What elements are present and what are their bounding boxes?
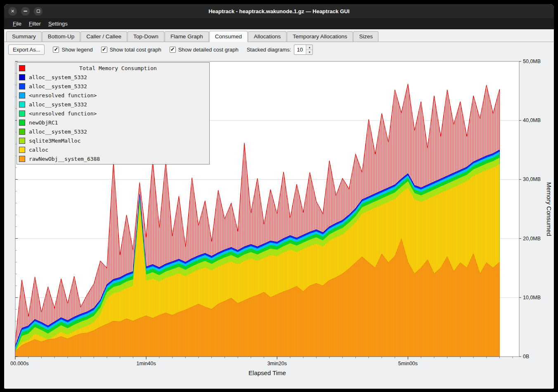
legend-label: sqlite3MemMalloc	[29, 138, 80, 144]
maximize-icon	[37, 9, 40, 13]
legend-swatch-icon	[19, 101, 25, 108]
legend-swatch-icon	[19, 74, 25, 80]
window-title: Heaptrack - heaptrack.wakunode.1.gz — He…	[4, 8, 554, 14]
stacked-diagrams-group: Stacked diagrams: 10	[247, 45, 313, 55]
tab-summary[interactable]: Summary	[6, 31, 42, 42]
checkbox-label: Show detailed cost graph	[178, 47, 239, 53]
legend-swatch-icon	[19, 65, 25, 71]
legend-item: alloc__system_5332	[19, 82, 207, 91]
spin-down-icon[interactable]	[306, 50, 312, 54]
legend-item: alloc__system_5332	[19, 73, 207, 82]
x-tick-label: 5min00s	[398, 361, 418, 366]
legend-label: alloc__system_5332	[29, 74, 87, 80]
checkbox-checked-icon	[170, 47, 176, 53]
legend-swatch-icon	[19, 92, 25, 99]
legend-item: calloc	[19, 145, 207, 154]
legend-label: newObjRC1	[29, 120, 58, 126]
x-tick-label: 3min20s	[267, 361, 287, 366]
legend-swatch-icon	[19, 129, 25, 135]
checkbox-show-total-cost-graph[interactable]: Show total cost graph	[101, 47, 161, 53]
legend-swatch-icon	[19, 138, 25, 144]
x-tick-label: 1min40s	[137, 361, 156, 366]
y-tick-label: 30,0MB	[523, 176, 541, 182]
tab-caller-callee[interactable]: Caller / Callee	[80, 31, 127, 42]
menu-file[interactable]: File	[9, 19, 25, 28]
spin-up-icon[interactable]	[306, 45, 312, 50]
minimize-button[interactable]	[21, 7, 30, 16]
close-button[interactable]: ✕	[8, 7, 17, 16]
chart-legend: Total Memory Consumptionalloc__system_53…	[17, 62, 210, 164]
legend-item: alloc__system_5332	[19, 127, 207, 136]
y-tick-label: 20,0MB	[523, 236, 541, 242]
tab-consumed[interactable]: Consumed	[209, 31, 248, 42]
legend-item: <unresolved function>	[19, 91, 207, 100]
legend-swatch-icon	[19, 83, 25, 89]
y-axis-title: Memory Consumed	[546, 61, 553, 357]
y-tick-label: 0B	[523, 354, 529, 359]
legend-label: <unresolved function>	[29, 92, 97, 99]
menubar: File Filter Settings	[4, 18, 554, 29]
legend-item: rawNewObj__system_6388	[19, 154, 207, 163]
y-tick-label: 40,0MB	[523, 117, 541, 123]
legend-title-row: Total Memory Consumption	[19, 63, 207, 73]
legend-label: Total Memory Consumption	[29, 65, 207, 71]
chart-area: 00.000s1min40s3min20s5min00s0B10,0MB20,0…	[4, 57, 554, 389]
legend-item: <unresolved function>	[19, 109, 207, 118]
titlebar[interactable]: ✕ Heaptrack - heaptrack.wakunode.1.gz — …	[4, 4, 554, 18]
y-tick-label: 10,0MB	[523, 295, 541, 300]
tab-temporary-allocations[interactable]: Temporary Allocations	[287, 31, 353, 42]
checkbox-show-legend[interactable]: Show legend	[53, 47, 92, 53]
legend-swatch-icon	[19, 110, 25, 117]
checkbox-show-detailed-cost-graph[interactable]: Show detailed cost graph	[170, 47, 239, 53]
tab-bar: Summary Bottom-Up Caller / Callee Top-Do…	[4, 29, 554, 42]
x-tick-label: 00.000s	[10, 361, 28, 366]
legend-swatch-icon	[19, 156, 25, 162]
maximize-button[interactable]	[34, 7, 43, 16]
close-icon: ✕	[11, 9, 14, 14]
legend-swatch-icon	[19, 147, 25, 153]
legend-label: <unresolved function>	[29, 110, 97, 117]
legend-label: alloc__system_5332	[29, 129, 87, 135]
tab-allocations[interactable]: Allocations	[248, 31, 286, 42]
spinbox-value: 10	[294, 45, 306, 54]
toolbar: Export As... Show legend Show total cost…	[4, 42, 554, 57]
legend-label: alloc__system_5332	[29, 83, 87, 89]
tab-bottom-up[interactable]: Bottom-Up	[42, 31, 80, 42]
checkbox-label: Show total cost graph	[110, 47, 161, 53]
spinbox-buttons	[306, 45, 312, 54]
legend-swatch-icon	[19, 120, 25, 126]
legend-label: calloc	[29, 147, 48, 153]
minimize-icon	[24, 11, 27, 12]
legend-label: alloc__system_5332	[29, 101, 87, 108]
checkbox-label: Show legend	[61, 47, 92, 53]
heaptrack-window: ✕ Heaptrack - heaptrack.wakunode.1.gz — …	[4, 4, 554, 389]
tab-top-down[interactable]: Top-Down	[128, 31, 164, 42]
stacked-diagrams-spinbox[interactable]: 10	[294, 45, 313, 55]
window-controls: ✕	[8, 4, 47, 18]
x-axis-title: Elapsed Time	[15, 369, 519, 376]
menu-settings[interactable]: Settings	[45, 19, 71, 28]
tab-flame-graph[interactable]: Flame Graph	[165, 31, 209, 42]
legend-item: newObjRC1	[19, 118, 207, 127]
checkbox-checked-icon	[101, 47, 107, 53]
stacked-diagrams-label: Stacked diagrams:	[247, 47, 291, 53]
checkbox-checked-icon	[53, 47, 59, 53]
export-as-button[interactable]: Export As...	[8, 45, 45, 55]
legend-item: sqlite3MemMalloc	[19, 136, 207, 145]
legend-item: alloc__system_5332	[19, 100, 207, 109]
y-tick-label: 50,0MB	[523, 59, 541, 64]
tab-sizes[interactable]: Sizes	[353, 31, 378, 42]
menu-filter[interactable]: Filter	[25, 19, 45, 28]
legend-label: rawNewObj__system_6388	[29, 156, 100, 162]
